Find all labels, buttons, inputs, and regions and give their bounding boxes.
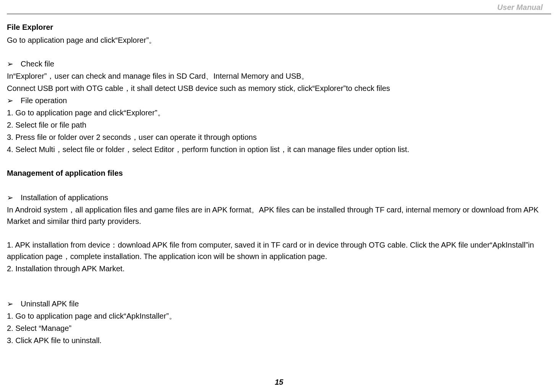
bullet-file-operation-label: File operation	[21, 95, 67, 106]
bullet-check-file-label: Check file	[21, 58, 54, 70]
bullet-file-operation: ➢ File operation	[7, 95, 551, 106]
uninstall-step1: 1. Go to application page and click“ApkI…	[7, 310, 551, 322]
section1-intro: Go to application page and click“Explore…	[7, 34, 551, 46]
uninstall-step3: 3. Click APK file to uninstall.	[7, 335, 551, 346]
section1-step4: 4. Select Multi，select file or folder，se…	[7, 144, 551, 155]
header-label: User Manual	[497, 3, 543, 12]
bullet-installation: ➢ Installation of applications	[7, 192, 551, 203]
bullet-icon: ➢	[7, 298, 15, 309]
bullet-uninstall-label: Uninstall APK file	[21, 298, 79, 309]
section1-p2: Connect USB port with OTG cable，it shall…	[7, 83, 551, 94]
bullet-uninstall: ➢ Uninstall APK file	[7, 298, 551, 309]
bullet-check-file: ➢ Check file	[7, 58, 551, 70]
section1-step2: 2. Select file or file path	[7, 119, 551, 131]
section1-step1: 1. Go to application page and click“Expl…	[7, 107, 551, 118]
section1-title: File Explorer	[7, 21, 551, 33]
section2-title: Management of application files	[7, 167, 551, 179]
page-content: File Explorer Go to application page and…	[7, 21, 551, 347]
section1-step3: 3. Press file or folder over 2 seconds，u…	[7, 131, 551, 143]
bullet-icon: ➢	[7, 192, 15, 203]
section2-p2: 1. APK installation from device：download…	[7, 239, 551, 262]
section1-p1: In“Explorer”，user can check and manage f…	[7, 70, 551, 82]
bullet-installation-label: Installation of applications	[21, 192, 108, 203]
uninstall-step2: 2. Select “Manage”	[7, 322, 551, 334]
bullet-icon: ➢	[7, 95, 15, 106]
header-rule	[7, 14, 551, 14]
section2-p3: 2. Installation through APK Market.	[7, 263, 551, 274]
bullet-icon: ➢	[7, 58, 15, 70]
section2-p1: In Android system，all application files …	[7, 204, 551, 227]
page-number: 15	[0, 378, 558, 387]
